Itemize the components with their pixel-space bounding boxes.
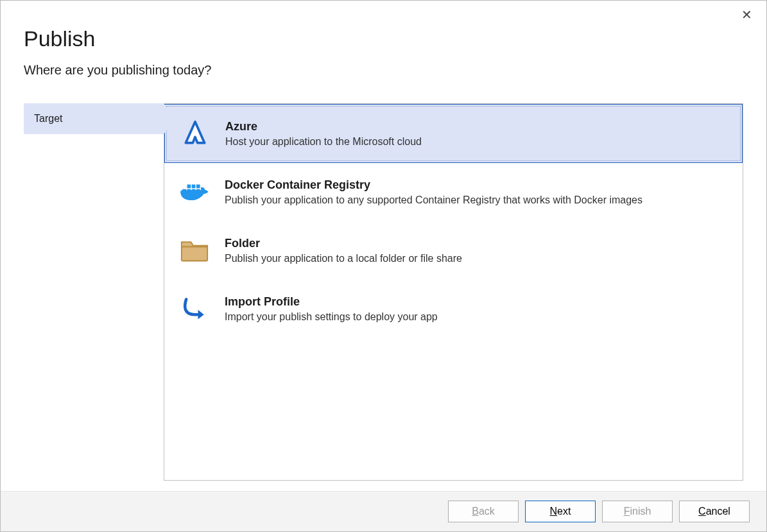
option-description: Publish your application to a local fold… [225, 253, 727, 264]
target-option-import-profile[interactable]: Import Profile Import your publish setti… [164, 280, 743, 338]
option-text: Docker Container Registry Publish your a… [225, 177, 727, 206]
close-icon: ✕ [741, 8, 752, 22]
option-description: Import your publish settings to deploy y… [225, 311, 727, 323]
option-text: Azure Host your application to the Micro… [225, 119, 727, 148]
back-button[interactable]: Back [448, 501, 519, 522]
target-option-folder[interactable]: Folder Publish your application to a loc… [164, 221, 743, 280]
option-text: Folder Publish your application to a loc… [225, 236, 727, 264]
dialog-footer: Back Next Finish Cancel [1, 491, 766, 531]
svg-rect-5 [192, 185, 196, 189]
svg-rect-4 [187, 185, 191, 189]
target-option-azure[interactable]: Azure Host your application to the Micro… [164, 104, 743, 163]
option-description: Host your application to the Microsoft c… [225, 136, 727, 148]
dialog-header: Publish Where are you publishing today? [1, 1, 766, 84]
option-title: Azure [225, 120, 727, 133]
dialog-subtitle: Where are you publishing today? [24, 63, 743, 78]
wizard-step-target[interactable]: Target [24, 103, 164, 134]
close-button[interactable]: ✕ [736, 6, 757, 24]
option-description: Publish your application to any supporte… [225, 194, 727, 206]
svg-rect-6 [196, 185, 200, 189]
option-title: Folder [225, 237, 727, 250]
target-options-panel: Azure Host your application to the Micro… [164, 103, 743, 481]
publish-dialog: ✕ Publish Where are you publishing today… [0, 0, 767, 532]
docker-icon [180, 177, 209, 207]
dialog-body: Target Azure Host your application to th… [1, 84, 766, 491]
cancel-button[interactable]: Cancel [679, 501, 750, 522]
finish-button[interactable]: Finish [602, 501, 673, 522]
dialog-title: Publish [24, 26, 743, 51]
import-arrow-icon [180, 294, 209, 323]
option-title: Docker Container Registry [225, 178, 727, 192]
option-title: Import Profile [225, 295, 727, 309]
target-option-docker[interactable]: Docker Container Registry Publish your a… [164, 163, 743, 221]
wizard-steps: Target [24, 103, 164, 481]
folder-icon [180, 236, 209, 265]
next-button[interactable]: Next [525, 501, 596, 522]
wizard-step-label: Target [34, 113, 62, 124]
azure-icon [180, 119, 210, 148]
option-text: Import Profile Import your publish setti… [225, 294, 727, 323]
